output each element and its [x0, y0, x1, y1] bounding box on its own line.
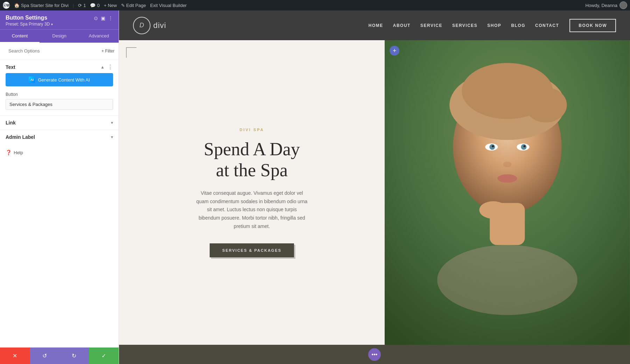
svg-point-16 — [479, 201, 507, 219]
user-avatar — [620, 1, 627, 9]
section-controls: ▲ ⋮ — [100, 64, 113, 70]
hero-corner-decoration — [126, 47, 136, 58]
preset-chevron-icon: ▾ — [51, 22, 53, 26]
button-text-input[interactable] — [6, 99, 113, 110]
cancel-button[interactable]: ✕ — [0, 348, 30, 364]
nav-item-blog[interactable]: BLOG — [511, 23, 525, 28]
logo-text: divi — [153, 21, 166, 30]
undo-button[interactable]: ↺ — [30, 348, 59, 364]
tab-content[interactable]: Content — [0, 30, 40, 43]
nav-item-service[interactable]: SERVICE — [420, 23, 442, 28]
nav-item-about[interactable]: ABOUT — [393, 23, 411, 28]
hero-image: + — [385, 40, 630, 345]
more-icon[interactable]: ⋮ — [108, 15, 113, 21]
help-icon: ❓ — [6, 150, 12, 155]
ai-generate-button[interactable]: AI Generate Content With AI — [6, 73, 113, 86]
tab-design[interactable]: Design — [40, 30, 79, 43]
tab-advanced[interactable]: Advanced — [79, 30, 119, 43]
site-nav: D divi HOME ABOUT SERVICE SERVICES SHOP … — [119, 10, 630, 40]
comment-counter[interactable]: 💬 0 — [90, 3, 99, 8]
text-section-header: Text ▲ ⋮ — [0, 59, 119, 73]
howdy-user: Howdy, Deanna — [585, 1, 627, 9]
svg-point-7 — [525, 87, 567, 122]
svg-point-17 — [437, 245, 577, 315]
panel-title-group: Button Settings Preset: Spa Primary 3D ▾ — [6, 15, 53, 27]
panel-header-actions: ⊙ ▣ ⋮ — [94, 15, 113, 21]
help-section[interactable]: ❓ Help — [0, 144, 119, 161]
footer-bar: ••• — [119, 345, 630, 364]
new-button[interactable]: + New — [104, 3, 117, 8]
button-field-label: Button — [6, 92, 113, 97]
admin-label-section[interactable]: Admin Label ▾ — [0, 130, 119, 144]
button-text-field-group: Button — [0, 92, 119, 115]
section-collapse-icon[interactable]: ▲ — [100, 65, 105, 70]
hero-subtitle: DIVI SPA — [239, 128, 264, 132]
hero-section: DIVI SPA Spend A Dayat the Spa Vitae con… — [119, 40, 630, 345]
link-section[interactable]: Link ▾ — [0, 115, 119, 130]
admin-label-chevron-icon: ▾ — [111, 135, 113, 140]
revision-counter[interactable]: ⟳ 1 — [78, 3, 86, 8]
link-chevron-icon: ▾ — [111, 120, 113, 125]
edit-page-button[interactable]: ✎ Edit Page — [121, 3, 146, 8]
wordpress-icon[interactable]: W W — [3, 2, 10, 9]
panel-header: Button Settings Preset: Spa Primary 3D ▾… — [0, 10, 119, 29]
svg-text:W: W — [4, 4, 6, 6]
svg-point-13 — [524, 145, 526, 147]
ai-icon: AI — [29, 77, 35, 83]
admin-bar: W W 🏠 Spa Starter Site for Divi | ⟳ 1 💬 … — [0, 0, 630, 10]
svg-point-12 — [492, 145, 494, 147]
panel-search-bar: + Filter — [0, 43, 119, 59]
settings-icon[interactable]: ⊙ — [94, 15, 98, 21]
panel-bottom-bar: ✕ ↺ ↻ ✓ — [0, 347, 119, 364]
hero-body-text: Vitae consequat augue. Vivamus eget dolo… — [196, 189, 308, 231]
panel-tabs: Content Design Advanced — [0, 29, 119, 43]
panel-content: Text ▲ ⋮ AI Generate Content With AI But… — [0, 59, 119, 347]
panel-title: Button Settings — [6, 15, 53, 21]
text-section-title: Text — [6, 64, 15, 70]
add-content-button[interactable]: + — [390, 46, 399, 56]
panel-preset[interactable]: Preset: Spa Primary 3D ▾ — [6, 22, 53, 27]
left-panel: Button Settings Preset: Spa Primary 3D ▾… — [0, 10, 119, 364]
layout-icon[interactable]: ▣ — [101, 15, 105, 21]
hero-title: Spend A Dayat the Spa — [204, 139, 300, 181]
hero-photo — [385, 40, 630, 345]
site-logo: D divi — [133, 17, 166, 34]
svg-point-15 — [498, 174, 517, 183]
hero-left: DIVI SPA Spend A Dayat the Spa Vitae con… — [119, 40, 385, 345]
section-menu-icon[interactable]: ⋮ — [107, 64, 113, 70]
site-preview: D divi HOME ABOUT SERVICE SERVICES SHOP … — [119, 10, 630, 364]
nav-item-home[interactable]: HOME — [369, 23, 383, 28]
logo-icon: D — [133, 17, 150, 34]
admin-label-section-title: Admin Label — [6, 134, 35, 140]
book-now-button[interactable]: BOOK NOW — [569, 19, 616, 32]
site-menu: HOME ABOUT SERVICE SERVICES SHOP BLOG CO… — [369, 23, 559, 28]
redo-button[interactable]: ↻ — [59, 348, 89, 364]
save-button[interactable]: ✓ — [89, 348, 119, 364]
nav-item-services[interactable]: SERVICES — [452, 23, 477, 28]
nav-item-contact[interactable]: CONTACT — [535, 23, 559, 28]
site-name[interactable]: 🏠 Spa Starter Site for Divi — [14, 3, 69, 8]
panel-header-top: Button Settings Preset: Spa Primary 3D ▾… — [6, 15, 113, 27]
hero-cta-button[interactable]: SERVICES & PACKAGES — [210, 243, 294, 257]
svg-point-14 — [503, 162, 512, 167]
link-section-title: Link — [6, 120, 16, 126]
filter-button[interactable]: + Filter — [102, 49, 114, 53]
nav-item-shop[interactable]: SHOP — [487, 23, 501, 28]
main-layout: Button Settings Preset: Spa Primary 3D ▾… — [0, 10, 630, 364]
search-input[interactable] — [4, 45, 99, 56]
separator: | — [73, 3, 74, 8]
footer-options-button[interactable]: ••• — [368, 348, 381, 361]
exit-builder-button[interactable]: Exit Visual Builder — [150, 3, 187, 8]
